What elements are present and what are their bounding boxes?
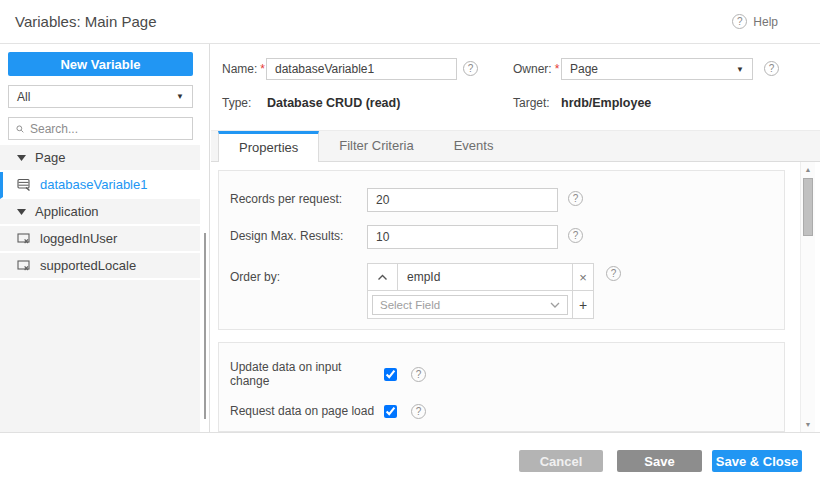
owner-label: Owner:* xyxy=(513,58,559,80)
name-help-icon[interactable]: ? xyxy=(463,61,478,76)
type-label: Type: xyxy=(222,95,251,111)
records-per-request-help-icon[interactable]: ? xyxy=(568,191,583,206)
request-on-page-load-checkbox[interactable] xyxy=(384,405,397,418)
page-title: Variables: Main Page xyxy=(15,0,156,43)
caret-down-icon xyxy=(17,209,26,215)
order-by-select-row: Select Field xyxy=(368,291,573,318)
select-field-placeholder: Select Field xyxy=(380,299,440,311)
sidebar-scrollbar-thumb[interactable] xyxy=(204,233,206,419)
help-label: Help xyxy=(753,15,778,29)
sort-ascending-button[interactable] xyxy=(368,264,398,290)
variable-filter-select[interactable]: All ▼ xyxy=(8,85,193,108)
close-icon: × xyxy=(579,270,587,285)
records-per-request-label: Records per request: xyxy=(230,192,342,206)
content-scrollbar[interactable]: ▲ ▼ xyxy=(800,162,815,432)
target-value: hrdb/Employee xyxy=(561,95,651,111)
design-max-results-help-icon[interactable]: ? xyxy=(568,228,583,243)
update-on-input-change-checkbox[interactable] xyxy=(384,368,397,381)
type-value: Database CRUD (read) xyxy=(267,95,400,111)
tab-properties[interactable]: Properties xyxy=(218,131,319,163)
update-on-input-change-row: Update data on input change ? xyxy=(230,365,426,383)
select-field-dropdown[interactable]: Select Field xyxy=(372,295,568,315)
dropdown-arrow-icon: ▼ xyxy=(176,92,184,101)
remove-order-field-button[interactable]: × xyxy=(573,264,593,291)
tree-item-databasevariable1[interactable]: databaseVariable1 xyxy=(0,172,200,199)
database-variable-icon xyxy=(17,178,31,191)
tree-item-label: supportedLocale xyxy=(40,258,136,273)
tree-group-label: Page xyxy=(35,150,65,165)
tree-group-label: Application xyxy=(35,204,99,219)
data-settings-box: Records per request: ? Design Max. Resul… xyxy=(218,170,785,330)
help-icon: ? xyxy=(732,14,747,29)
request-on-page-load-help-icon[interactable]: ? xyxy=(411,404,426,419)
order-by-help-icon[interactable]: ? xyxy=(606,266,621,281)
order-by-label: Order by: xyxy=(230,270,280,284)
search-input[interactable] xyxy=(30,122,185,136)
sidebar: New Variable All ▼ Page xyxy=(0,44,210,432)
caret-down-icon xyxy=(17,155,26,161)
variable-filter-value: All xyxy=(17,90,30,104)
save-button[interactable]: Save xyxy=(617,450,702,472)
tree-item-label: loggedInUser xyxy=(40,231,117,246)
help-link[interactable]: ? Help xyxy=(732,14,778,29)
target-label: Target: xyxy=(513,95,550,111)
scrollbar-thumb[interactable] xyxy=(803,178,813,236)
dialog-header: Variables: Main Page ? Help xyxy=(0,0,820,44)
add-order-field-button[interactable]: + xyxy=(573,291,593,318)
name-input[interactable] xyxy=(266,58,457,80)
variable-icon xyxy=(17,259,31,272)
order-by-field-value[interactable]: empId xyxy=(398,264,572,290)
name-label: Name:* xyxy=(222,58,265,80)
request-on-page-load-label: Request data on page load xyxy=(230,404,382,418)
plus-icon: + xyxy=(579,297,587,313)
dialog-footer: Cancel Save Save & Close xyxy=(0,432,820,490)
cancel-button[interactable]: Cancel xyxy=(519,450,603,472)
search-icon xyxy=(16,123,24,135)
variables-dialog: Variables: Main Page ? Help New Variable… xyxy=(0,0,820,490)
required-asterisk: * xyxy=(260,62,265,76)
tree-group-page[interactable]: Page xyxy=(0,145,200,172)
variable-tree: Page databaseVariable1 Application xyxy=(0,145,200,432)
chevron-up-icon xyxy=(377,274,388,281)
design-max-results-label: Design Max. Results: xyxy=(230,229,343,243)
behavior-settings-box: Update data on input change ? Request da… xyxy=(218,342,785,432)
update-on-input-change-label: Update data on input change xyxy=(230,360,382,388)
owner-help-icon[interactable]: ? xyxy=(764,61,779,76)
order-by-widget: empId × Select Field + xyxy=(367,263,594,319)
tab-events[interactable]: Events xyxy=(434,131,514,161)
owner-value: Page xyxy=(570,62,598,76)
chevron-down-icon xyxy=(550,302,560,308)
variable-icon xyxy=(17,232,31,245)
design-max-results-input[interactable] xyxy=(367,225,558,249)
tree-group-application[interactable]: Application xyxy=(0,199,200,226)
main-panel: Name:* ? Owner:* Page ▼ ? Type: Database… xyxy=(211,44,820,432)
dropdown-arrow-icon: ▼ xyxy=(736,65,744,74)
tree-item-supportedlocale[interactable]: supportedLocale xyxy=(0,253,200,280)
update-on-input-change-help-icon[interactable]: ? xyxy=(411,367,426,382)
scroll-down-icon[interactable]: ▼ xyxy=(801,421,815,428)
tree-item-loggedinuser[interactable]: loggedInUser xyxy=(0,226,200,253)
save-and-close-button[interactable]: Save & Close xyxy=(712,450,802,472)
owner-select[interactable]: Page ▼ xyxy=(561,58,753,80)
records-per-request-input[interactable] xyxy=(367,188,558,212)
tab-filter-criteria[interactable]: Filter Criteria xyxy=(319,131,433,161)
request-on-page-load-row: Request data on page load ? xyxy=(230,402,426,420)
new-variable-button[interactable]: New Variable xyxy=(8,52,193,76)
search-box xyxy=(8,117,193,140)
tab-strip: Properties Filter Criteria Events xyxy=(211,130,820,162)
properties-tab-content: Records per request: ? Design Max. Resul… xyxy=(211,162,820,432)
required-asterisk: * xyxy=(555,62,560,76)
scroll-up-icon[interactable]: ▲ xyxy=(801,166,815,173)
tree-item-label: databaseVariable1 xyxy=(40,177,147,192)
order-by-field-row: empId xyxy=(368,264,573,291)
